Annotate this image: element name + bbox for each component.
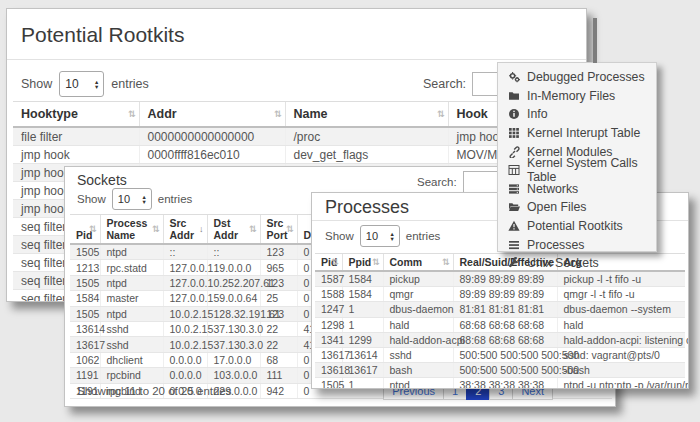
page-size-select[interactable]: 10 ▴▾ xyxy=(360,225,400,247)
column-header-src-port[interactable]: Src Port xyxy=(260,215,297,245)
table-cell: 0000ffff816ec010 xyxy=(139,146,285,164)
show-label: Show xyxy=(325,230,354,242)
column-header-pid[interactable]: Pid xyxy=(70,215,100,245)
table-row: 12981hald68:68 68:68 68:68hald xyxy=(315,317,685,332)
table-cell: 111 xyxy=(260,368,297,383)
menu-item-label: Unix Sockets xyxy=(527,256,599,270)
menu-item-debugged-processes[interactable]: Debugged Processes xyxy=(498,68,656,87)
table-cell: 103.0.0.0 xyxy=(207,368,260,383)
table-cell: 1505 xyxy=(70,244,100,260)
page-size-value: 10 xyxy=(65,77,78,91)
rootkits-title: Potential Rootkits xyxy=(21,23,184,47)
sort-icon[interactable] xyxy=(442,257,450,267)
table-row: jmp hook0000ffff816ec010dev_get_flagsMOV… xyxy=(13,146,581,164)
column-header-comm[interactable]: Comm xyxy=(383,254,453,272)
table-cell: 68:68 68:68 68:68 xyxy=(453,317,557,332)
column-header-src-addr[interactable]: Src Addr xyxy=(163,215,207,245)
table-cell: 1505 xyxy=(70,275,100,290)
table-cell: dbus-daemon xyxy=(383,302,453,317)
table-cell: 1062 xyxy=(70,352,100,367)
menu-item-kernel-interupt-table[interactable]: Kernel Interupt Table xyxy=(498,124,656,143)
menu-item-label: Info xyxy=(527,107,548,121)
table-cell: :: xyxy=(163,244,207,260)
folder-icon xyxy=(508,90,520,102)
sort-desc-icon[interactable] xyxy=(199,223,204,235)
table-cell: 37.130.3.0 xyxy=(207,337,260,352)
table-cell: ntpd -u ntp:ntp -p /var/run/ntpd. xyxy=(557,378,685,389)
sort-icon[interactable] xyxy=(372,257,380,267)
sort-icon[interactable] xyxy=(152,223,160,235)
sort-icon[interactable] xyxy=(274,109,282,119)
table-cell: 1 xyxy=(342,317,383,332)
menu-item-label: Kernel System Calls Table xyxy=(527,156,646,184)
column-header-hooktype[interactable]: Hooktype xyxy=(13,102,139,128)
scrollbar-thumb[interactable] xyxy=(593,18,597,63)
process-list-icon xyxy=(508,239,520,251)
table-cell: rpc.statd xyxy=(100,260,163,275)
table-cell: 1584 xyxy=(342,287,383,302)
showing-entries-status: Showing 11 to 20 of 25 entries xyxy=(77,385,232,397)
stepper-icon: ▴▾ xyxy=(95,79,98,89)
table-cell: 22 xyxy=(260,337,297,352)
sort-icon[interactable] xyxy=(331,257,339,267)
table-cell: 68:68 68:68 68:68 xyxy=(453,332,557,347)
table-cell: ntpd xyxy=(100,306,163,321)
column-header-name[interactable]: Name xyxy=(285,102,448,128)
table-row: 12471dbus-daemon81:81 81:81 81:81dbus-da… xyxy=(315,302,685,317)
sort-icon[interactable] xyxy=(128,109,136,119)
table-cell: ntpd xyxy=(100,244,163,260)
menu-item-potential-rootkits[interactable]: Potential Rootkits xyxy=(498,217,656,236)
table-cell: sshd: vagrant@pts/0 xyxy=(557,347,685,362)
menu-item-unix-sockets[interactable]: Unix Sockets xyxy=(498,254,656,273)
grid-icon xyxy=(508,127,520,139)
table-row: 15881584qmgr89:89 89:89 89:89qmgr -l -t … xyxy=(315,287,685,302)
page-size-select[interactable]: 10 ▴▾ xyxy=(59,71,104,97)
table-cell: 1213 xyxy=(70,260,100,275)
column-header-pid[interactable]: Pid xyxy=(315,254,342,272)
sort-icon[interactable] xyxy=(249,223,257,235)
table-cell: 1247 xyxy=(315,302,342,317)
menu-item-in-memory-files[interactable]: In-Memory Files xyxy=(498,87,656,106)
sockets-title: Sockets xyxy=(77,172,127,188)
table-cell: 1584 xyxy=(342,271,383,287)
menu-item-processes[interactable]: Processes xyxy=(498,235,656,254)
table-cell: dhclient xyxy=(100,352,163,367)
column-header-addr[interactable]: Addr xyxy=(139,102,285,128)
table-cell: 13614 xyxy=(342,347,383,362)
table-cell: 10.0.2.15 xyxy=(163,337,207,352)
sort-icon[interactable] xyxy=(286,223,294,235)
menu-item-info[interactable]: Info xyxy=(498,105,656,124)
table-cell: 0000000000000000 xyxy=(139,127,285,146)
table-cell: 1505 xyxy=(70,306,100,321)
page-size-select[interactable]: 10 ▴▾ xyxy=(112,188,152,210)
table-cell: ntpd xyxy=(383,378,453,389)
entries-label: entries xyxy=(406,230,441,242)
sort-icon[interactable] xyxy=(89,223,97,235)
info-circle-icon xyxy=(508,108,520,120)
table-cell: hald xyxy=(557,317,685,332)
column-header-process-name[interactable]: Process Name xyxy=(100,215,163,245)
table-cell: sshd xyxy=(383,347,453,362)
table-cell: 965 xyxy=(260,260,297,275)
sort-icon[interactable] xyxy=(437,109,445,119)
table-cell: :: xyxy=(207,244,260,260)
table-cell: dev_get_flags xyxy=(285,146,448,164)
page-size-value: 10 xyxy=(366,230,378,242)
processes-title: Processes xyxy=(325,197,409,218)
column-header-ppid[interactable]: Ppid xyxy=(342,254,383,272)
table-cell: 17.0.0.0 xyxy=(207,352,260,367)
menu-item-open-files[interactable]: Open Files xyxy=(498,198,656,217)
table-cell: 37.130.3.0 xyxy=(207,321,260,336)
server-list-icon xyxy=(508,183,520,195)
column-header-dst-addr[interactable]: Dst Addr xyxy=(207,215,260,245)
warning-triangle-icon xyxy=(508,220,520,232)
wrench-icon xyxy=(508,257,520,269)
table-cell: 1 xyxy=(342,378,383,389)
menu-item-kernel-system-calls-table[interactable]: Kernel System Calls Table xyxy=(498,161,656,180)
table-cell: 38:38 38:38 38:38 xyxy=(453,378,557,389)
table-cell: pickup -l -t fifo -u xyxy=(557,271,685,287)
table-row: 15871584pickup89:89 89:89 89:89pickup -l… xyxy=(315,271,685,287)
menu-item-label: Potential Rootkits xyxy=(527,219,623,233)
table-cell: sshd xyxy=(100,337,163,352)
table-cell: 22 xyxy=(260,321,297,336)
